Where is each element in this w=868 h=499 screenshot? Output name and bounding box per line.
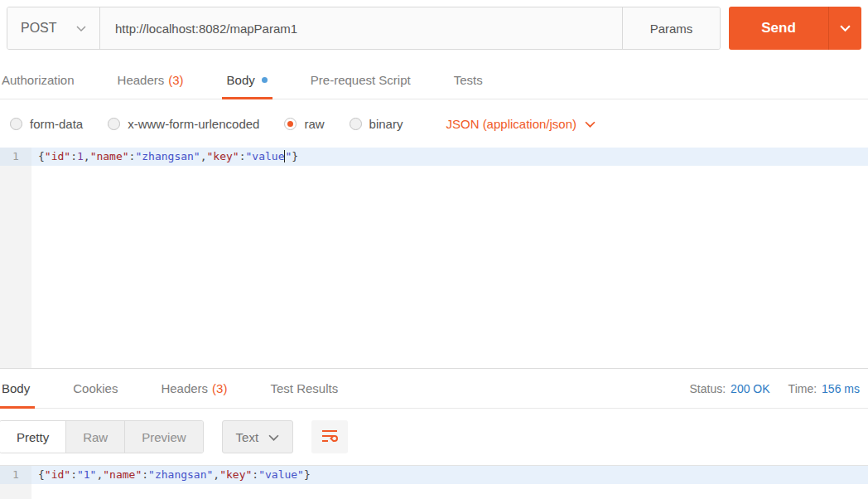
response-tabs: Body Cookies Headers (3) Test Results St… bbox=[0, 369, 868, 409]
radio-raw[interactable]: raw bbox=[284, 117, 324, 131]
tab-cookies[interactable]: Cookies bbox=[68, 369, 123, 408]
pretty-button[interactable]: Pretty bbox=[0, 421, 66, 453]
tab-headers[interactable]: Headers (3) bbox=[113, 61, 189, 99]
wrap-text-icon bbox=[321, 429, 338, 445]
preview-button[interactable]: Preview bbox=[125, 421, 202, 453]
status-value: 200 OK bbox=[731, 382, 769, 395]
response-code-line: {"id":"1","name":"zhangsan","key":"value… bbox=[31, 466, 868, 484]
request-code-area[interactable]: {"id":1,"name":"zhangsan","key":"value"} bbox=[31, 148, 868, 368]
status-label: Status: bbox=[690, 382, 726, 395]
wrap-text-button[interactable] bbox=[311, 420, 348, 453]
request-code-line: {"id":1,"name":"zhangsan","key":"value"} bbox=[31, 148, 868, 166]
chevron-down-icon bbox=[585, 117, 596, 131]
tab-pre-request-script[interactable]: Pre-request Script bbox=[306, 61, 416, 99]
method-select[interactable]: POST bbox=[7, 7, 100, 49]
line-number-gutter: 1 bbox=[0, 466, 31, 499]
time-label: Time: bbox=[788, 382, 817, 395]
response-body-editor[interactable]: 1 {"id":"1","name":"zhangsan","key":"val… bbox=[0, 465, 868, 499]
url-input[interactable] bbox=[100, 7, 622, 49]
tab-tests[interactable]: Tests bbox=[449, 61, 488, 99]
request-tabs: Authorization Headers (3) Body Pre-reque… bbox=[0, 61, 868, 99]
time-value: 156 ms bbox=[822, 382, 860, 395]
params-button[interactable]: Params bbox=[622, 7, 720, 49]
method-label: POST bbox=[21, 21, 57, 36]
radio-urlencoded[interactable]: x-www-form-urlencoded bbox=[108, 117, 259, 131]
radio-icon bbox=[350, 118, 362, 130]
tab-response-headers[interactable]: Headers (3) bbox=[156, 369, 232, 408]
response-status-bar: Status: 200 OK Time: 156 ms bbox=[690, 369, 860, 408]
chevron-down-icon bbox=[840, 22, 851, 35]
radio-binary[interactable]: binary bbox=[350, 117, 403, 131]
headers-count-badge: (3) bbox=[168, 73, 183, 87]
request-body-editor[interactable]: 1 {"id":1,"name":"zhangsan","key":"value… bbox=[0, 148, 868, 368]
send-options-button[interactable] bbox=[828, 7, 861, 50]
send-split-button: Send bbox=[729, 7, 861, 50]
tab-authorization[interactable]: Authorization bbox=[0, 61, 80, 99]
send-button[interactable]: Send bbox=[729, 7, 828, 50]
content-type-dropdown[interactable]: JSON (application/json) bbox=[446, 117, 596, 131]
body-type-row: form-data x-www-form-urlencoded raw bina… bbox=[0, 99, 868, 148]
response-toolbar: Pretty Raw Preview Text bbox=[0, 409, 868, 465]
response-headers-count-badge: (3) bbox=[212, 381, 227, 395]
url-composite: POST Params bbox=[7, 7, 721, 50]
tab-response-body[interactable]: Body bbox=[0, 369, 35, 408]
radio-icon bbox=[10, 118, 22, 130]
radio-selected-icon bbox=[284, 118, 297, 130]
radio-icon bbox=[108, 118, 120, 130]
chevron-down-icon bbox=[76, 21, 86, 36]
request-bar: POST Params Send bbox=[0, 0, 868, 50]
body-content-dot-icon bbox=[262, 77, 268, 83]
format-dropdown[interactable]: Text bbox=[222, 420, 294, 453]
radio-form-data[interactable]: form-data bbox=[10, 117, 83, 131]
chevron-down-icon bbox=[268, 430, 279, 444]
view-mode-group: Pretty Raw Preview bbox=[0, 420, 204, 453]
tab-test-results[interactable]: Test Results bbox=[265, 369, 343, 408]
line-number-gutter: 1 bbox=[0, 148, 31, 368]
response-section: Body Cookies Headers (3) Test Results St… bbox=[0, 368, 868, 499]
tab-body[interactable]: Body bbox=[222, 61, 272, 99]
raw-button[interactable]: Raw bbox=[66, 421, 125, 453]
response-code-area[interactable]: {"id":"1","name":"zhangsan","key":"value… bbox=[31, 466, 868, 499]
